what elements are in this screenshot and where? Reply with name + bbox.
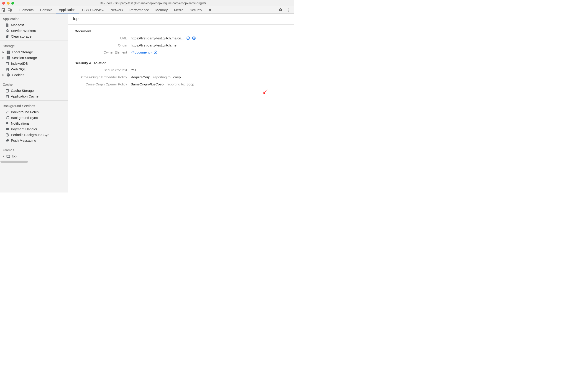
sidebar-item-cache-storage[interactable]: Cache Storage: [0, 88, 68, 93]
card-icon: [5, 127, 9, 131]
tab-media[interactable]: Media: [171, 6, 187, 13]
sidebar-item-local-storage[interactable]: ▶ Local Storage: [0, 49, 68, 55]
sidebar-item-application-cache[interactable]: Application Cache: [0, 93, 68, 99]
group-frames: Frames: [0, 146, 68, 153]
settings-icon[interactable]: [279, 8, 283, 12]
net-icon[interactable]: [192, 36, 196, 40]
stop-icon[interactable]: [186, 36, 190, 40]
more-tabs-icon[interactable]: [205, 6, 214, 13]
url-label: URL: [75, 36, 127, 40]
svg-point-3: [288, 8, 289, 9]
sidebar-item-payment-handler[interactable]: Payment Handler: [0, 126, 68, 132]
svg-rect-12: [7, 58, 8, 60]
tab-security[interactable]: Security: [187, 6, 205, 13]
tab-performance[interactable]: Performance: [126, 6, 152, 13]
sidebar-item-cookies[interactable]: ▶ Cookies: [0, 72, 68, 78]
sidebar-item-label: Clear storage: [11, 34, 31, 38]
svg-rect-6: [7, 51, 8, 52]
sidebar-item-manifest[interactable]: Manifest: [0, 22, 68, 28]
sidebar-item-label: Payment Handler: [11, 127, 37, 131]
chevron-down-icon[interactable]: ▼: [2, 155, 4, 157]
sidebar-item-push-messaging[interactable]: Push Messaging: [0, 138, 68, 143]
sidebar-item-label: Notifications: [11, 121, 30, 125]
group-storage: Storage: [0, 42, 68, 49]
sidebar-item-websql[interactable]: Web SQL: [0, 66, 68, 72]
sidebar-item-label: Local Storage: [12, 50, 33, 54]
tab-network[interactable]: Network: [107, 6, 126, 13]
bell-icon: [5, 122, 9, 125]
sidebar-item-label: Web SQL: [11, 67, 26, 71]
secure-context-value: Yes: [131, 68, 136, 72]
sidebar-item-service-workers[interactable]: Service Workers: [0, 28, 68, 34]
svg-rect-7: [8, 51, 10, 52]
sidebar-item-clear-storage[interactable]: Clear storage: [0, 34, 68, 39]
minimize-window[interactable]: [7, 2, 10, 4]
sidebar-item-notifications[interactable]: Notifications: [0, 121, 68, 126]
url-value: https://first-party-test.glitch.me/co…: [131, 36, 185, 40]
sidebar-item-label: IndexedDB: [11, 62, 28, 65]
group-cache: Cache: [0, 81, 68, 88]
cloud-icon: [5, 139, 9, 142]
svg-rect-13: [8, 58, 10, 60]
section-security-title: Security & Isolation: [75, 61, 288, 65]
coop-value: SameOriginPlusCoep: [131, 82, 164, 86]
svg-point-4: [288, 10, 289, 10]
chevron-right-icon[interactable]: ▶: [2, 57, 4, 59]
svg-point-17: [7, 74, 8, 75]
clock-icon: [5, 133, 9, 137]
coep-value: RequireCorp: [131, 75, 150, 79]
sidebar-item-label: Manifest: [11, 23, 24, 27]
frame-icon: [6, 154, 10, 158]
sidebar-item-background-sync[interactable]: Background Sync: [0, 115, 68, 121]
svg-rect-8: [7, 52, 8, 54]
sidebar-scrollbar[interactable]: [0, 161, 68, 163]
sidebar-item-background-fetch[interactable]: Background Fetch: [0, 109, 68, 115]
close-window[interactable]: [2, 2, 5, 4]
zoom-window[interactable]: [11, 2, 14, 4]
svg-point-14: [6, 62, 9, 63]
chevron-right-icon[interactable]: ▶: [2, 74, 4, 76]
group-application: Application: [0, 15, 68, 22]
svg-rect-23: [6, 129, 9, 129]
coep-label: Cross-Origin Embedder Policy: [75, 75, 127, 79]
sidebar-item-label: top: [12, 154, 17, 158]
window-controls: [2, 2, 14, 4]
inspect-icon[interactable]: [1, 8, 5, 12]
tab-application[interactable]: Application: [56, 6, 79, 13]
window-title: DevTools - first-party-test.glitch.me/co…: [14, 1, 292, 5]
tab-elements[interactable]: Elements: [16, 6, 37, 13]
svg-rect-25: [7, 155, 10, 157]
sidebar-item-label: Session Storage: [12, 56, 37, 60]
sidebar-item-label: Cookies: [12, 73, 24, 77]
sidebar-item-label: Periodic Background Syn: [11, 133, 49, 137]
svg-point-21: [6, 95, 9, 96]
origin-value: https://first-party-test.glitch.me: [131, 43, 176, 47]
tab-memory[interactable]: Memory: [152, 6, 171, 13]
content-pane: top Document URL https://first-party-tes…: [68, 14, 294, 192]
owner-element-link[interactable]: <#document>: [131, 50, 152, 54]
sidebar-item-label: Service Workers: [11, 29, 36, 33]
kebab-menu-icon[interactable]: [287, 8, 290, 12]
svg-point-15: [6, 68, 9, 68]
owner-element-label: Owner Element: [75, 50, 127, 54]
db-icon: [5, 67, 9, 71]
tab-css-overview[interactable]: CSS Overview: [79, 6, 107, 13]
reveal-icon[interactable]: [153, 50, 157, 54]
gear-icon: [5, 29, 9, 33]
sidebar-item-indexeddb[interactable]: IndexedDB: [0, 61, 68, 66]
svg-rect-2: [10, 9, 11, 11]
chevron-right-icon[interactable]: ▶: [2, 51, 4, 53]
tab-strip: Elements Console Application CSS Overvie…: [0, 6, 294, 14]
content-title: top: [68, 14, 294, 25]
sidebar-item-label: Push Messaging: [11, 139, 36, 142]
sidebar-item-session-storage[interactable]: ▶ Session Storage: [0, 55, 68, 61]
svg-point-18: [8, 74, 9, 75]
coop-report-label: reporting to:: [167, 82, 185, 86]
tab-console[interactable]: Console: [37, 6, 56, 13]
sidebar-item-frame-top[interactable]: ▼ top: [0, 153, 68, 159]
svg-point-16: [7, 73, 10, 77]
grid-icon: [6, 56, 10, 60]
sync-icon: [5, 116, 9, 120]
device-toggle-icon[interactable]: [8, 8, 12, 12]
sidebar-item-periodic-sync[interactable]: Periodic Background Syn: [0, 132, 68, 138]
